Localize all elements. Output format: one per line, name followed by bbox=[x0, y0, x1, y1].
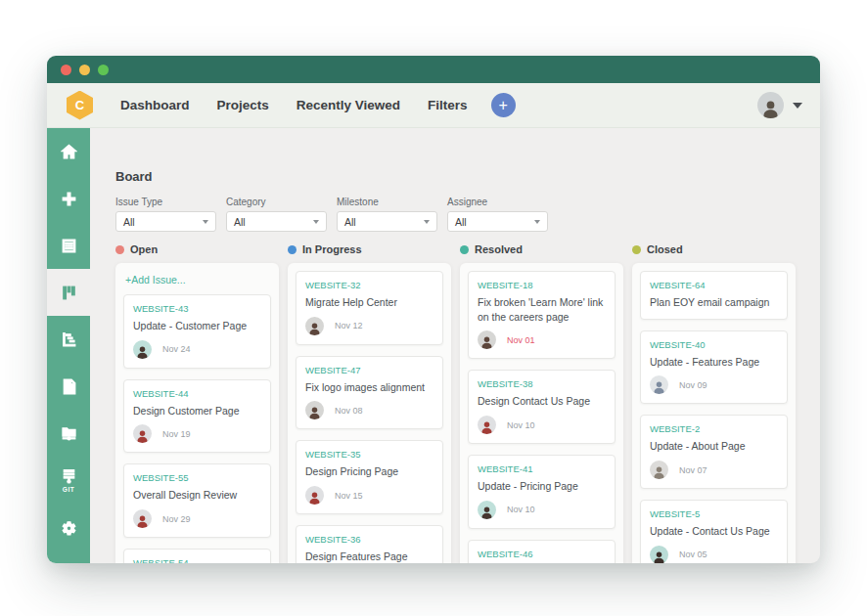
chevron-down-icon bbox=[203, 220, 208, 224]
assignee-avatar bbox=[478, 330, 496, 349]
add-issue-link[interactable]: +Add Issue... bbox=[125, 274, 271, 286]
nav-item-filters[interactable]: Filters bbox=[414, 98, 481, 112]
issue-card[interactable]: WEBSITE-2Update - About PageNov 07 bbox=[640, 415, 788, 489]
git-label: GIT bbox=[63, 486, 74, 493]
nav-item-projects[interactable]: Projects bbox=[204, 98, 283, 112]
issue-title: Design Pricing Page bbox=[305, 464, 434, 479]
issue-title: Update - Pricing Page bbox=[478, 479, 606, 494]
filter-label: Assignee bbox=[447, 197, 548, 207]
due-date: Nov 19 bbox=[162, 429, 191, 439]
sidebar-item-settings[interactable] bbox=[47, 504, 90, 550]
sidebar-item-gantt[interactable] bbox=[47, 316, 90, 363]
nav-item-dashboard[interactable]: Dashboard bbox=[107, 98, 204, 112]
sidebar-item-issues[interactable] bbox=[47, 222, 90, 269]
close-window-button[interactable] bbox=[61, 65, 71, 75]
milestone-select[interactable]: All bbox=[337, 211, 437, 232]
card-footer: Nov 05 bbox=[650, 546, 778, 563]
issue-key: WEBSITE-55 bbox=[133, 472, 261, 483]
wiki-document-icon bbox=[61, 378, 77, 395]
shared-folder-icon bbox=[61, 425, 77, 442]
issue-key: WEBSITE-54 bbox=[133, 557, 261, 563]
issue-key: WEBSITE-5 bbox=[650, 508, 778, 519]
app-logo[interactable]: C bbox=[67, 91, 93, 120]
issue-card[interactable]: WEBSITE-43Update - Customer PageNov 24 bbox=[123, 294, 271, 369]
due-date: Nov 24 bbox=[162, 344, 191, 354]
issue-type-select[interactable]: All bbox=[115, 211, 216, 232]
issue-card[interactable]: WEBSITE-32Migrate Help CenterNov 12 bbox=[296, 271, 443, 345]
sidebar-item-shared-files[interactable] bbox=[47, 410, 90, 457]
filter-issue-type: Issue Type All bbox=[115, 197, 216, 232]
issue-card[interactable]: WEBSITE-38Design Contact Us PageNov 10 bbox=[468, 370, 616, 444]
gear-icon bbox=[61, 519, 77, 536]
git-repo-icon bbox=[61, 468, 77, 485]
issue-card[interactable]: WEBSITE-41Update - Pricing PageNov 10 bbox=[468, 455, 616, 529]
column-header-open: Open bbox=[115, 243, 279, 255]
assignee-avatar bbox=[133, 509, 152, 528]
card-footer: Nov 24 bbox=[133, 340, 261, 359]
issue-title: Fix broken 'Learn More' link on the care… bbox=[478, 295, 606, 324]
filter-bar: Issue Type All Category All Milestone bbox=[115, 197, 820, 232]
column-title: Resolved bbox=[475, 243, 523, 255]
issue-key: WEBSITE-38 bbox=[478, 378, 606, 389]
filter-category: Category All bbox=[226, 197, 327, 232]
card-footer: Nov 10 bbox=[478, 416, 606, 434]
issue-title: Fix logo images alignment bbox=[305, 380, 434, 395]
sidebar-item-home[interactable] bbox=[47, 128, 90, 175]
issue-card[interactable]: WEBSITE-5Update - Contact Us PageNov 05 bbox=[640, 500, 788, 563]
board-columns: +Add Issue...WEBSITE-43Update - Customer… bbox=[115, 263, 820, 563]
issue-card[interactable]: WEBSITE-54Fix broken stylesNov 11 bbox=[123, 549, 271, 563]
issue-card[interactable]: WEBSITE-44Design Customer PageNov 19 bbox=[123, 379, 271, 454]
user-avatar[interactable] bbox=[757, 92, 784, 118]
column-title: Closed bbox=[647, 243, 683, 255]
column-header-in-progress: In Progress bbox=[288, 243, 451, 255]
due-date: Nov 07 bbox=[679, 465, 707, 475]
card-footer: Nov 07 bbox=[650, 461, 778, 479]
zoom-window-button[interactable] bbox=[98, 65, 109, 75]
issue-card[interactable]: WEBSITE-18Fix broken 'Learn More' link o… bbox=[468, 271, 616, 359]
issue-title: Update - Customer Page bbox=[133, 319, 261, 333]
add-issue-button[interactable]: + bbox=[491, 93, 516, 117]
filter-assignee: Assignee All bbox=[447, 197, 548, 232]
sidebar-item-board[interactable] bbox=[47, 269, 90, 316]
kanban-board-icon bbox=[61, 285, 77, 301]
column-panel-in-progress: WEBSITE-32Migrate Help CenterNov 12WEBSI… bbox=[288, 263, 451, 563]
chevron-down-icon[interactable] bbox=[793, 103, 802, 109]
issue-title: Plan EOY email campaign bbox=[650, 295, 778, 310]
assignee-avatar bbox=[133, 340, 152, 359]
issue-card[interactable]: WEBSITE-64Plan EOY email campaign bbox=[640, 271, 788, 320]
issue-card[interactable]: WEBSITE-36Design Features PageNov 16 bbox=[296, 525, 443, 563]
issue-key: WEBSITE-44 bbox=[133, 388, 261, 399]
issue-card[interactable]: WEBSITE-47Fix logo images alignmentNov 0… bbox=[296, 356, 443, 430]
issue-key: WEBSITE-32 bbox=[305, 280, 434, 290]
assignee-avatar bbox=[650, 375, 668, 394]
category-select[interactable]: All bbox=[226, 211, 327, 232]
card-footer: Nov 29 bbox=[133, 509, 261, 528]
issue-card[interactable]: WEBSITE-46Truncated titles from blog sec… bbox=[468, 540, 616, 563]
due-date: Nov 05 bbox=[679, 550, 707, 559]
user-menu[interactable] bbox=[757, 92, 802, 118]
status-dot bbox=[288, 245, 297, 254]
assignee-avatar bbox=[478, 416, 496, 434]
assignee-select[interactable]: All bbox=[447, 211, 548, 232]
issue-title: Overall Design Review bbox=[133, 488, 261, 503]
nav-item-recently-viewed[interactable]: Recently Viewed bbox=[283, 98, 414, 112]
column-panel-resolved: WEBSITE-18Fix broken 'Learn More' link o… bbox=[460, 263, 623, 563]
sidebar-item-wiki[interactable] bbox=[47, 363, 90, 410]
due-date: Nov 01 bbox=[507, 335, 535, 345]
assignee-avatar bbox=[305, 401, 324, 419]
sidebar-item-add[interactable] bbox=[47, 175, 90, 222]
issue-key: WEBSITE-2 bbox=[650, 423, 778, 434]
card-footer: Nov 09 bbox=[650, 375, 778, 394]
filter-label: Category bbox=[226, 197, 327, 207]
issue-title: Design Contact Us Page bbox=[478, 394, 606, 409]
sidebar-item-git[interactable]: GIT bbox=[47, 457, 90, 504]
issue-card[interactable]: WEBSITE-35Design Pricing PageNov 15 bbox=[296, 440, 443, 514]
issue-card[interactable]: WEBSITE-55Overall Design ReviewNov 29 bbox=[123, 463, 271, 538]
column-headers: OpenIn ProgressResolvedClosed bbox=[115, 243, 820, 255]
plus-icon bbox=[61, 191, 77, 207]
home-icon bbox=[61, 144, 77, 160]
issue-card[interactable]: WEBSITE-40Update - Features PageNov 09 bbox=[640, 330, 788, 405]
column-panel-open: +Add Issue...WEBSITE-43Update - Customer… bbox=[115, 263, 279, 563]
minimize-window-button[interactable] bbox=[79, 65, 90, 75]
column-panel-closed: WEBSITE-64Plan EOY email campaignWEBSITE… bbox=[632, 263, 796, 563]
